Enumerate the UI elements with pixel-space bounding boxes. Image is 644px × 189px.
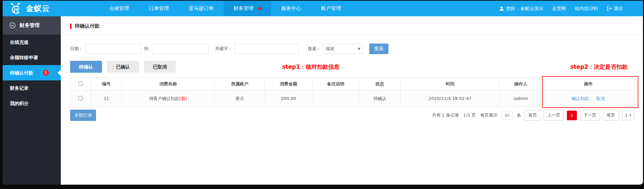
sidebar-item-online-recharge[interactable]: 在线充值 bbox=[3, 35, 61, 50]
record-count-text: 共有 1 条记录 bbox=[432, 112, 459, 118]
topbar: JY 金蚁云 仓储管理 订单管理 亚马逊订单 财务管理 服务中心 账户管理 您好… bbox=[3, 1, 643, 16]
svg-text:JY: JY bbox=[13, 7, 20, 13]
table-row: 11 待客户确认扣款(新) 美元 200.00 待确认 2020/11/4 18… bbox=[70, 90, 634, 107]
step2-annotation: step2：决定是否扣款 bbox=[570, 63, 628, 71]
select-caret-icon: ▼ bbox=[358, 47, 360, 50]
per-page-label: 每页展示 bbox=[480, 112, 497, 118]
next-page-button[interactable]: 下一页 bbox=[580, 110, 600, 121]
per-page-input[interactable] bbox=[501, 111, 513, 120]
cancel-link[interactable]: 取消 bbox=[596, 96, 605, 101]
date-to-input[interactable] bbox=[152, 44, 208, 54]
col-account: 所属账户 bbox=[215, 78, 265, 90]
sidebar: 财务管理 在线充值 余额转移申请 待确认付款 1 财务记录 我的积分 bbox=[3, 16, 61, 185]
table-header-row: 编号 消费名称 所属账户 消费金额 备注说明 状态 时间 操作人 操作 bbox=[70, 78, 634, 90]
cell-time: 2020/11/4 18:02:47 bbox=[401, 90, 499, 107]
cell-amount: 200.00 bbox=[265, 90, 312, 107]
col-remark: 备注说明 bbox=[312, 78, 359, 90]
tab-confirmed[interactable]: 已确认 bbox=[107, 61, 139, 73]
page-title-bar: 待确认付款 bbox=[61, 16, 643, 35]
logo-ant-icon: JY bbox=[9, 3, 24, 15]
nav-item-warehouse[interactable]: 仓储管理 bbox=[99, 1, 139, 16]
date-label: 日期： bbox=[70, 46, 83, 52]
cell-id: 11 bbox=[91, 90, 122, 107]
payments-table: 编号 消费名称 所属账户 消费金额 备注说明 状态 时间 操作人 操作 bbox=[70, 77, 634, 107]
col-id: 编号 bbox=[91, 78, 122, 90]
top-navigation: 仓储管理 订单管理 亚马逊订单 财务管理 服务中心 账户管理 bbox=[99, 1, 351, 16]
pagination: 共有 1 条记录 1/1 页 每页展示 条 首页 上一页 1 下一页 尾页 1 … bbox=[431, 110, 634, 121]
logout-icon bbox=[607, 6, 612, 11]
filter-bar: 日期： 到 关键字： 搜索： 描述 ▼ 搜索 bbox=[70, 44, 643, 54]
notification-dot-icon bbox=[258, 7, 261, 10]
table-footer: 全部已读 共有 1 条记录 1/1 页 每页展示 条 首页 上一页 1 下一页 … bbox=[70, 110, 634, 121]
select-all-cell bbox=[70, 78, 91, 90]
select-all-checkbox[interactable] bbox=[78, 81, 83, 86]
cell-operator: iadmin bbox=[499, 90, 542, 107]
logo: JY 金蚁云 bbox=[3, 3, 66, 15]
col-name: 消费名称 bbox=[122, 78, 215, 90]
site-messages-link[interactable]: 站内信(28) bbox=[575, 6, 598, 12]
page-count-text: 1/1 页 bbox=[463, 112, 476, 118]
mark-all-read-button[interactable]: 全部已读 bbox=[70, 110, 96, 121]
page-title: 待确认付款 bbox=[75, 23, 100, 29]
step1-annotation: step1：核对扣款信息 bbox=[282, 63, 340, 71]
search-type-label: 搜索： bbox=[308, 46, 321, 52]
nav-item-finance[interactable]: 财务管理 bbox=[224, 1, 271, 16]
page-select[interactable]: 1 ▼ bbox=[622, 111, 634, 120]
page-select-caret-icon: ▼ bbox=[629, 114, 631, 117]
search-type-select[interactable]: 描述 ▼ bbox=[323, 44, 363, 54]
first-page-button[interactable]: 首页 bbox=[525, 110, 541, 121]
prev-page-button[interactable]: 上一页 bbox=[544, 110, 564, 121]
logo-text: 金蚁云 bbox=[26, 3, 50, 14]
cell-actions: 确认扣款 取消 bbox=[542, 90, 634, 107]
app-window: JY 金蚁云 仓储管理 订单管理 亚马逊订单 财务管理 服务中心 账户管理 您好… bbox=[3, 1, 643, 185]
main-content: 待确认付款 日期： 到 关键字： 搜索： 描述 ▼ 搜索 待确认 已确认 已取消 bbox=[61, 16, 643, 185]
col-time: 时间 bbox=[401, 78, 499, 90]
unread-count-badge: 1 bbox=[43, 70, 49, 76]
row-checkbox[interactable] bbox=[78, 96, 83, 100]
status-tabs: 待确认 已确认 已取消 step1：核对扣款信息 step2：决定是否扣款 bbox=[70, 61, 634, 73]
row-select-cell bbox=[70, 90, 91, 107]
cell-name: 待客户确认扣款(新) bbox=[122, 90, 215, 107]
sidebar-item-my-points[interactable]: 我的积分 bbox=[3, 96, 61, 111]
tab-cancelled[interactable]: 已取消 bbox=[144, 61, 176, 73]
cell-account: 美元 bbox=[215, 90, 265, 107]
active-item-arrow-icon bbox=[57, 70, 61, 76]
nav-item-service-center[interactable]: 服务中心 bbox=[271, 1, 311, 16]
logout-link[interactable]: 退出 bbox=[607, 6, 623, 12]
col-actions: 操作 bbox=[542, 78, 634, 90]
sidebar-item-finance-records[interactable]: 财务记录 bbox=[3, 80, 61, 96]
nav-item-orders[interactable]: 订单管理 bbox=[139, 1, 179, 16]
chevron-down-circle-icon bbox=[9, 22, 16, 29]
user-icon bbox=[499, 6, 504, 11]
col-status: 状态 bbox=[359, 78, 401, 90]
sidebar-header: 财务管理 bbox=[3, 16, 61, 35]
date-from-input[interactable] bbox=[85, 44, 142, 54]
keyword-input[interactable] bbox=[234, 44, 299, 54]
sidebar-item-pending-payment[interactable]: 待确认付款 1 bbox=[3, 65, 61, 80]
title-accent-bar bbox=[70, 24, 71, 29]
col-amount: 消费金额 bbox=[265, 78, 312, 90]
nav-item-account[interactable]: 账户管理 bbox=[311, 1, 351, 16]
user-greeting[interactable]: 您好，金蚁云演示 bbox=[499, 6, 543, 12]
search-button[interactable]: 搜索 bbox=[369, 44, 388, 54]
official-site-link[interactable]: 去官网 bbox=[552, 6, 566, 12]
cell-remark bbox=[312, 90, 359, 107]
confirm-deduction-link[interactable]: 确认扣款 bbox=[572, 96, 589, 101]
keyword-label: 关键字： bbox=[215, 46, 232, 52]
last-page-button[interactable]: 尾页 bbox=[603, 110, 619, 121]
sidebar-item-balance-transfer[interactable]: 余额转移申请 bbox=[3, 50, 61, 65]
date-to-label: 到 bbox=[144, 46, 149, 52]
new-flag: (新) bbox=[179, 96, 187, 101]
current-page-button[interactable]: 1 bbox=[567, 111, 577, 120]
nav-item-amazon-orders[interactable]: 亚马逊订单 bbox=[179, 1, 224, 16]
cell-status: 待确认 bbox=[359, 90, 401, 107]
tab-pending[interactable]: 待确认 bbox=[70, 61, 102, 73]
topbar-right: 您好，金蚁云演示 去官网 站内信(28) 退出 bbox=[499, 6, 643, 12]
payments-table-wrap: 编号 消费名称 所属账户 消费金额 备注说明 状态 时间 操作人 操作 bbox=[70, 77, 634, 107]
per-page-unit: 条 bbox=[517, 112, 521, 118]
col-operator: 操作人 bbox=[499, 78, 542, 90]
